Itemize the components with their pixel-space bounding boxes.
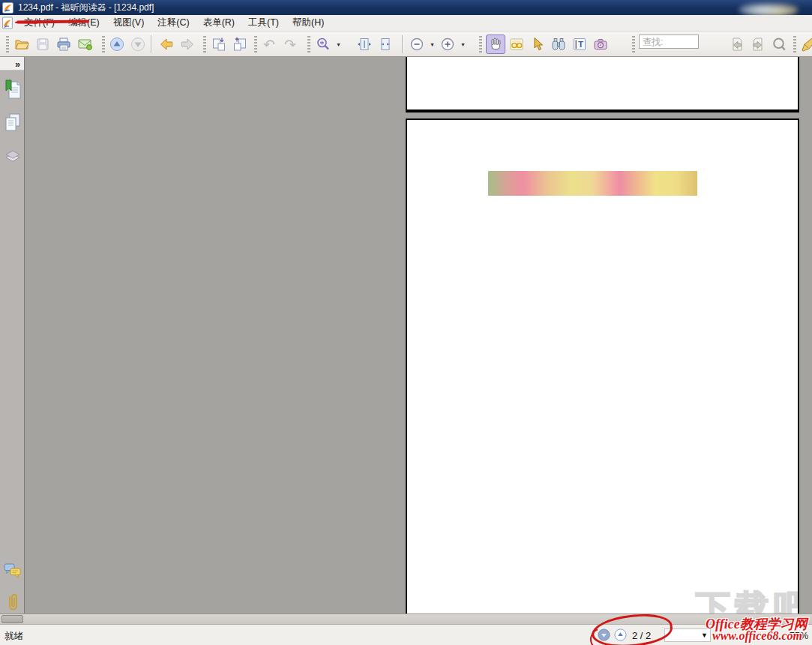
toolbar-grip[interactable] — [254, 36, 257, 52]
page-nav-group — [107, 34, 148, 54]
attachments-panel-button[interactable] — [2, 591, 22, 615]
comments-panel-button[interactable] — [2, 560, 22, 584]
tools-group: T — [486, 34, 610, 54]
menu-tools[interactable]: 工具(T) — [241, 14, 286, 32]
paperclip-icon — [4, 592, 22, 614]
hand-tool-button[interactable] — [486, 34, 505, 54]
pen-annotate-button[interactable] — [799, 34, 812, 54]
pdf-page-2: 下载吧 — [406, 118, 799, 614]
select-text-button[interactable]: T — [570, 34, 589, 54]
history-group — [157, 34, 197, 54]
go-forward-button[interactable] — [178, 34, 197, 54]
marquee-zoom-icon — [315, 36, 331, 52]
pages-panel-button[interactable] — [2, 111, 22, 135]
menu-help[interactable]: 帮助(H) — [286, 14, 331, 32]
document-area[interactable]: 下载吧 — [25, 57, 812, 614]
horizontal-scrollbar-thumb[interactable] — [1, 615, 23, 623]
search-icon — [771, 36, 787, 52]
toolbar-grip[interactable] — [479, 36, 482, 52]
expand-chevrons-icon: » — [15, 59, 24, 70]
find-next-icon — [750, 36, 766, 52]
zoom-in-button[interactable] — [438, 34, 457, 54]
app-logo-icon — [2, 2, 13, 14]
statusbar: 就绪 2 / 2 ▼ 75% — [0, 624, 812, 645]
previous-page-button[interactable] — [107, 34, 127, 54]
find-button[interactable] — [549, 34, 568, 54]
insert-pages-button[interactable] — [209, 34, 229, 54]
select-annotation-button[interactable] — [528, 34, 547, 54]
hand-tool-icon — [487, 36, 504, 52]
snapshot-button[interactable] — [591, 34, 610, 54]
menu-comment[interactable]: 注释(C) — [151, 14, 196, 32]
insert-pages-icon — [211, 36, 227, 52]
annotate-group — [799, 34, 812, 54]
bookmarks-panel-button[interactable] — [2, 78, 22, 102]
foxit-reader-window: 1234.pdf - 福昕阅读器 - [1234.pdf] 文件(F) 编辑(E… — [0, 0, 812, 645]
zoom-tool-dropdown[interactable]: ▾ — [334, 34, 343, 54]
page-up-icon — [109, 36, 125, 52]
binoculars-icon — [550, 36, 567, 52]
toolbar-grip[interactable] — [307, 36, 310, 52]
layers-panel-button[interactable] — [2, 144, 22, 168]
titlebar-glare — [739, 2, 799, 15]
fit-width-icon — [377, 36, 394, 52]
select-cursor-icon — [529, 36, 546, 52]
page-watermark-text: 下载吧 — [696, 585, 799, 614]
toolbar-grip[interactable] — [102, 36, 105, 52]
save-button[interactable] — [33, 34, 52, 54]
window-title: 1234.pdf - 福昕阅读器 - [1234.pdf] — [18, 2, 154, 14]
print-button[interactable] — [54, 34, 73, 54]
undo-group: ↶ ↷ — [259, 34, 300, 54]
find-group — [639, 34, 699, 49]
search-button[interactable] — [769, 34, 789, 54]
find-input[interactable] — [639, 34, 699, 49]
titlebar[interactable]: 1234.pdf - 福昕阅读器 - [1234.pdf] — [0, 0, 812, 15]
comments-icon — [3, 562, 22, 580]
menu-view[interactable]: 视图(V) — [106, 14, 151, 32]
pdf-page-1 — [406, 57, 799, 112]
email-button[interactable] — [75, 34, 94, 54]
fit-page-icon — [356, 36, 373, 52]
redo-button[interactable]: ↷ — [280, 34, 300, 54]
forward-arrow-icon — [179, 36, 196, 52]
reading-mode-button[interactable] — [507, 34, 526, 54]
toolbar-grip[interactable] — [632, 36, 635, 52]
zoom-out-button[interactable] — [407, 34, 427, 54]
navigation-sidebar: » — [0, 57, 25, 614]
redo-icon: ↷ — [284, 38, 296, 52]
pages-icon — [3, 112, 22, 134]
find-previous-icon — [729, 36, 745, 52]
open-button[interactable] — [12, 34, 31, 54]
zoom-out-dropdown[interactable]: ▾ — [428, 34, 436, 54]
sidebar-expand-button[interactable]: » — [0, 57, 24, 70]
toolbar-grip[interactable] — [793, 36, 796, 52]
toolbar-grip[interactable] — [203, 36, 206, 52]
pages-group — [209, 34, 250, 54]
status-text: 就绪 — [4, 630, 23, 643]
fit-page-button[interactable] — [355, 34, 374, 54]
next-page-button[interactable] — [128, 34, 148, 54]
fit-width-button[interactable] — [376, 34, 395, 54]
menubar: 文件(F) 编辑(E) 视图(V) 注释(C) 表单(R) 工具(T) 帮助(H… — [0, 15, 812, 32]
zoom-tool-group: ▾ — [313, 34, 343, 54]
menu-form[interactable]: 表单(R) — [196, 14, 241, 32]
find-previous-button[interactable] — [727, 34, 747, 54]
undo-icon: ↶ — [263, 38, 275, 52]
undo-button[interactable]: ↶ — [259, 34, 279, 54]
layers-icon — [3, 146, 22, 166]
printer-icon — [55, 36, 72, 52]
horizontal-scrollbar[interactable] — [0, 614, 812, 624]
zoom-out-icon — [409, 36, 425, 52]
camera-icon — [592, 36, 609, 52]
marquee-zoom-button[interactable] — [313, 34, 333, 54]
zoom-in-dropdown[interactable]: ▾ — [459, 34, 467, 54]
extract-pages-button[interactable] — [230, 34, 250, 54]
toolbar-grip[interactable] — [6, 36, 9, 52]
pen-icon — [800, 36, 812, 52]
find-next-button[interactable] — [748, 34, 768, 54]
menu-edit[interactable]: 编辑(E) — [61, 14, 106, 32]
go-back-button[interactable] — [157, 34, 176, 54]
zoom-group: ▾ ▾ — [407, 34, 467, 54]
document-page-icon — [1, 16, 14, 29]
save-floppy-icon — [34, 36, 51, 52]
